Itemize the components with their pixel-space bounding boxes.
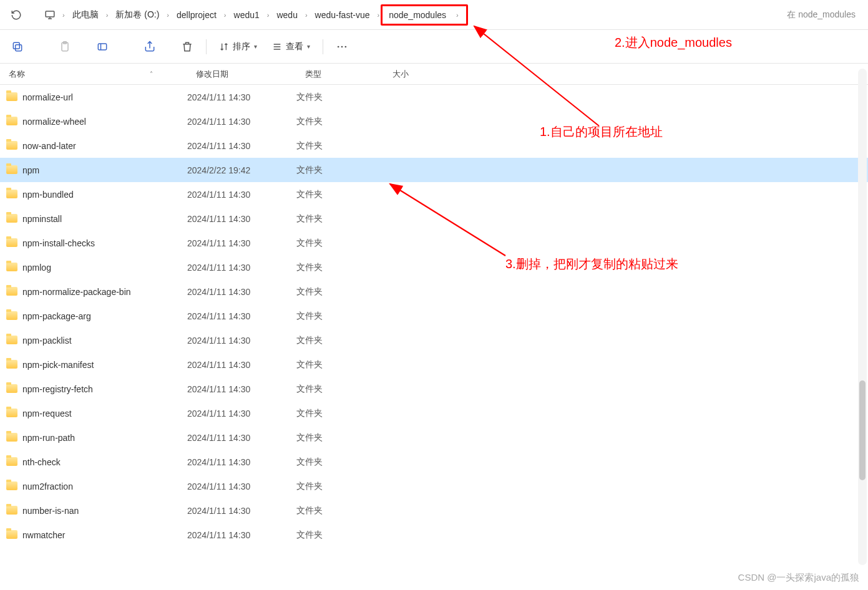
search-input[interactable]: 在 node_modules [779, 9, 863, 21]
file-date: 2024/1/11 14:30 [187, 92, 296, 102]
file-row[interactable]: npm2024/2/22 19:42文件夹 [0, 158, 868, 182]
file-date: 2024/1/11 14:30 [187, 287, 296, 297]
chevron-right-icon: › [223, 11, 228, 19]
file-date: 2024/1/11 14:30 [187, 214, 296, 224]
file-type: 文件夹 [296, 238, 384, 249]
breadcrumb-item-current[interactable]: node_modules › [381, 4, 468, 26]
chevron-right-icon: › [105, 11, 110, 19]
sort-indicator-icon: ˄ [150, 70, 153, 77]
chevron-down-icon: ▾ [254, 43, 257, 50]
more-button[interactable] [329, 34, 354, 59]
file-name: npm-bundled [22, 190, 187, 200]
file-type: 文件夹 [296, 311, 384, 322]
breadcrumb-item[interactable]: wedu1 [228, 6, 266, 24]
file-row[interactable]: npm-package-arg2024/1/11 14:30文件夹 [0, 304, 868, 328]
column-type[interactable]: 类型 [296, 64, 384, 84]
scrollbar[interactable] [858, 69, 867, 565]
file-name: npm-install-checks [22, 238, 187, 248]
column-name[interactable]: 名称 ˄ [0, 64, 187, 84]
rename-button[interactable] [90, 34, 115, 59]
file-date: 2024/1/11 14:30 [187, 506, 296, 516]
column-headers: 名称 ˄ 修改日期 类型 大小 [0, 64, 868, 85]
computer-icon[interactable] [39, 4, 61, 26]
file-date: 2024/1/11 14:30 [187, 360, 296, 370]
folder-icon [6, 238, 19, 248]
file-row[interactable]: npm-packlist2024/1/11 14:30文件夹 [0, 328, 868, 352]
folder-icon [6, 457, 19, 467]
svg-point-7 [341, 46, 343, 47]
file-name: npm-package-arg [22, 311, 187, 321]
file-type: 文件夹 [296, 359, 384, 370]
file-row[interactable]: num2fraction2024/1/11 14:30文件夹 [0, 474, 868, 498]
folder-icon [6, 287, 19, 297]
paste-button[interactable] [52, 34, 77, 59]
file-row[interactable]: npminstall2024/1/11 14:30文件夹 [0, 206, 868, 231]
breadcrumb-item[interactable]: wedu [270, 6, 303, 24]
file-list: normalize-url2024/1/11 14:30文件夹normalize… [0, 85, 868, 547]
folder-icon [6, 92, 19, 102]
column-label: 名称 [9, 69, 25, 80]
delete-button[interactable] [175, 34, 200, 59]
file-date: 2024/1/11 14:30 [187, 481, 296, 491]
breadcrumb-item[interactable]: wedu-fast-vue [309, 6, 376, 24]
column-label: 大小 [393, 69, 409, 80]
column-date[interactable]: 修改日期 [187, 64, 296, 84]
file-type: 文件夹 [296, 165, 384, 176]
file-date: 2024/1/11 14:30 [187, 336, 296, 346]
file-name: normalize-wheel [22, 117, 187, 127]
file-row[interactable]: npm-pick-manifest2024/1/11 14:30文件夹 [0, 352, 868, 377]
chevron-right-icon: › [455, 11, 460, 19]
sort-menu[interactable]: 排序 ▾ [213, 37, 263, 56]
chevron-right-icon: › [165, 11, 170, 19]
file-row[interactable]: npm-normalize-package-bin2024/1/11 14:30… [0, 279, 868, 304]
column-label: 修改日期 [196, 69, 228, 80]
file-type: 文件夹 [296, 530, 384, 541]
breadcrumb-item[interactable]: dellproject [170, 6, 223, 24]
file-date: 2024/1/11 14:30 [187, 433, 296, 443]
refresh-button[interactable] [5, 4, 27, 26]
column-label: 类型 [305, 69, 321, 80]
folder-icon [6, 481, 19, 491]
view-menu[interactable]: 查看 ▾ [266, 37, 316, 56]
file-row[interactable]: npm-install-checks2024/1/11 14:30文件夹 [0, 231, 868, 255]
file-row[interactable]: number-is-nan2024/1/11 14:30文件夹 [0, 498, 868, 523]
file-row[interactable]: npm-bundled2024/1/11 14:30文件夹 [0, 182, 868, 206]
chevron-right-icon: › [61, 11, 66, 19]
file-row[interactable]: npm-run-path2024/1/11 14:30文件夹 [0, 425, 868, 450]
share-button[interactable] [137, 34, 162, 59]
breadcrumb-item[interactable]: 此电脑 [66, 6, 105, 24]
file-row[interactable]: normalize-url2024/1/11 14:30文件夹 [0, 85, 868, 109]
sort-label: 排序 [233, 41, 250, 52]
scrollbar-thumb[interactable] [859, 380, 866, 480]
file-row[interactable]: nth-check2024/1/11 14:30文件夹 [0, 450, 868, 474]
watermark: CSDN @一头探索java的孤狼 [738, 572, 859, 584]
file-type: 文件夹 [296, 505, 384, 516]
view-label: 查看 [286, 41, 303, 52]
file-row[interactable]: now-and-later2024/1/11 14:30文件夹 [0, 133, 868, 158]
folder-icon [6, 263, 19, 273]
file-type: 文件夹 [296, 432, 384, 443]
file-row[interactable]: npm-registry-fetch2024/1/11 14:30文件夹 [0, 377, 868, 401]
folder-icon [6, 409, 19, 418]
copy-button[interactable] [5, 34, 30, 59]
svg-rect-1 [16, 44, 22, 51]
folder-icon [6, 384, 19, 394]
file-name: npm-registry-fetch [22, 384, 187, 394]
breadcrumb-item[interactable]: 新加卷 (O:) [109, 6, 165, 24]
file-name: npm-pick-manifest [22, 360, 187, 370]
file-row[interactable]: npmlog2024/1/11 14:30文件夹 [0, 255, 868, 279]
folder-icon [6, 336, 19, 346]
divider [206, 39, 207, 54]
column-size[interactable]: 大小 [384, 64, 446, 84]
svg-rect-0 [46, 11, 54, 17]
chevron-down-icon: ▾ [307, 43, 310, 50]
file-row[interactable]: nwmatcher2024/1/11 14:30文件夹 [0, 523, 868, 547]
toolbar: 排序 ▾ 查看 ▾ [0, 30, 868, 64]
file-row[interactable]: normalize-wheel2024/1/11 14:30文件夹 [0, 109, 868, 133]
folder-icon [6, 433, 19, 443]
folder-icon [6, 506, 19, 516]
file-row[interactable]: npm-request2024/1/11 14:30文件夹 [0, 401, 868, 425]
file-date: 2024/1/11 14:30 [187, 190, 296, 200]
file-date: 2024/2/22 19:42 [187, 165, 296, 175]
chevron-right-icon: › [266, 11, 271, 19]
